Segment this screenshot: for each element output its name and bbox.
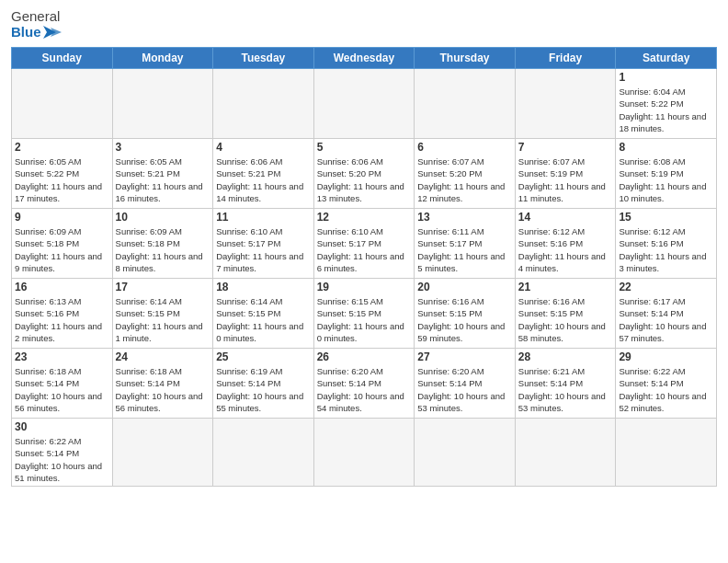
day-info: Sunrise: 6:22 AM Sunset: 5:14 PM Dayligh… — [15, 435, 109, 484]
day-number: 16 — [15, 281, 109, 293]
day-number: 30 — [15, 420, 109, 433]
day-number: 5 — [317, 141, 412, 154]
table-row: 20Sunrise: 6:16 AM Sunset: 5:15 PM Dayli… — [415, 279, 516, 349]
table-row: 23Sunrise: 6:18 AM Sunset: 5:14 PM Dayli… — [12, 349, 113, 419]
table-row: 27Sunrise: 6:20 AM Sunset: 5:14 PM Dayli… — [415, 349, 516, 419]
calendar-table: Sunday Monday Tuesday Wednesday Thursday… — [11, 47, 717, 487]
table-row — [313, 69, 415, 139]
table-row — [515, 69, 616, 139]
table-row — [415, 419, 516, 487]
day-number: 13 — [417, 211, 512, 224]
table-row: 13Sunrise: 6:11 AM Sunset: 5:17 PM Dayli… — [415, 209, 516, 279]
day-info: Sunrise: 6:10 AM Sunset: 5:17 PM Dayligh… — [216, 225, 311, 274]
table-row: 8Sunrise: 6:08 AM Sunset: 5:19 PM Daylig… — [616, 139, 717, 209]
day-number: 15 — [619, 211, 713, 224]
day-info: Sunrise: 6:19 AM Sunset: 5:14 PM Dayligh… — [216, 365, 311, 414]
day-info: Sunrise: 6:16 AM Sunset: 5:15 PM Dayligh… — [417, 295, 512, 344]
day-number: 28 — [518, 350, 613, 363]
day-number: 7 — [518, 141, 613, 154]
table-row: 17Sunrise: 6:14 AM Sunset: 5:15 PM Dayli… — [112, 279, 213, 349]
day-info: Sunrise: 6:21 AM Sunset: 5:14 PM Dayligh… — [518, 365, 613, 414]
day-number: 21 — [518, 281, 613, 293]
day-info: Sunrise: 6:09 AM Sunset: 5:18 PM Dayligh… — [116, 225, 210, 274]
day-info: Sunrise: 6:14 AM Sunset: 5:15 PM Dayligh… — [216, 295, 311, 344]
day-info: Sunrise: 6:06 AM Sunset: 5:20 PM Dayligh… — [317, 155, 412, 204]
table-row: 9Sunrise: 6:09 AM Sunset: 5:18 PM Daylig… — [12, 209, 113, 279]
day-info: Sunrise: 6:15 AM Sunset: 5:15 PM Dayligh… — [317, 295, 412, 344]
day-info: Sunrise: 6:06 AM Sunset: 5:21 PM Dayligh… — [216, 155, 311, 204]
day-info: Sunrise: 6:13 AM Sunset: 5:16 PM Dayligh… — [15, 295, 109, 344]
day-number: 25 — [216, 350, 311, 363]
day-number: 19 — [317, 281, 412, 293]
header: General Blue — [11, 9, 717, 40]
table-row: 6Sunrise: 6:07 AM Sunset: 5:20 PM Daylig… — [415, 139, 516, 209]
day-info: Sunrise: 6:07 AM Sunset: 5:19 PM Dayligh… — [518, 155, 613, 204]
day-info: Sunrise: 6:05 AM Sunset: 5:22 PM Dayligh… — [15, 155, 109, 204]
header-thursday: Thursday — [415, 48, 516, 69]
day-info: Sunrise: 6:09 AM Sunset: 5:18 PM Dayligh… — [15, 225, 109, 274]
day-number: 12 — [317, 211, 412, 224]
day-number: 26 — [317, 350, 412, 363]
table-row: 22Sunrise: 6:17 AM Sunset: 5:14 PM Dayli… — [616, 279, 717, 349]
day-number: 14 — [518, 211, 613, 224]
page: General Blue Sunday Monday Tuesday Wedne… — [0, 0, 728, 563]
day-info: Sunrise: 6:22 AM Sunset: 5:14 PM Dayligh… — [619, 365, 713, 414]
day-info: Sunrise: 6:12 AM Sunset: 5:16 PM Dayligh… — [518, 225, 613, 274]
table-row — [112, 419, 213, 487]
logo-general-text: General — [11, 9, 60, 25]
table-row: 10Sunrise: 6:09 AM Sunset: 5:18 PM Dayli… — [112, 209, 213, 279]
day-info: Sunrise: 6:12 AM Sunset: 5:16 PM Dayligh… — [619, 225, 713, 274]
header-monday: Monday — [112, 48, 213, 69]
table-row: 19Sunrise: 6:15 AM Sunset: 5:15 PM Dayli… — [313, 279, 415, 349]
day-number: 9 — [15, 211, 109, 224]
day-number: 6 — [417, 141, 512, 154]
table-row: 1Sunrise: 6:04 AM Sunset: 5:22 PM Daylig… — [616, 69, 717, 139]
table-row — [313, 419, 415, 487]
logo: General Blue — [11, 9, 63, 40]
table-row — [12, 69, 113, 139]
table-row: 2Sunrise: 6:05 AM Sunset: 5:22 PM Daylig… — [12, 139, 113, 209]
table-row: 21Sunrise: 6:16 AM Sunset: 5:15 PM Dayli… — [515, 279, 616, 349]
day-info: Sunrise: 6:20 AM Sunset: 5:14 PM Dayligh… — [317, 365, 412, 414]
day-number: 23 — [15, 350, 109, 363]
day-info: Sunrise: 6:18 AM Sunset: 5:14 PM Dayligh… — [15, 365, 109, 414]
day-number: 8 — [619, 141, 713, 154]
day-info: Sunrise: 6:18 AM Sunset: 5:14 PM Dayligh… — [116, 365, 210, 414]
day-info: Sunrise: 6:17 AM Sunset: 5:14 PM Dayligh… — [619, 295, 713, 344]
logo-blue-text: Blue — [11, 25, 41, 40]
table-row: 12Sunrise: 6:10 AM Sunset: 5:17 PM Dayli… — [313, 209, 415, 279]
day-info: Sunrise: 6:04 AM Sunset: 5:22 PM Dayligh… — [619, 86, 713, 134]
day-number: 27 — [417, 350, 512, 363]
table-row: 5Sunrise: 6:06 AM Sunset: 5:20 PM Daylig… — [313, 139, 415, 209]
table-row: 26Sunrise: 6:20 AM Sunset: 5:14 PM Dayli… — [313, 349, 415, 419]
day-number: 18 — [216, 281, 311, 293]
table-row: 30Sunrise: 6:22 AM Sunset: 5:14 PM Dayli… — [12, 419, 113, 487]
table-row: 18Sunrise: 6:14 AM Sunset: 5:15 PM Dayli… — [213, 279, 314, 349]
table-row: 11Sunrise: 6:10 AM Sunset: 5:17 PM Dayli… — [213, 209, 314, 279]
logo-container: General Blue — [11, 9, 63, 40]
table-row — [515, 419, 616, 487]
header-friday: Friday — [515, 48, 616, 69]
day-number: 11 — [216, 211, 311, 224]
table-row: 14Sunrise: 6:12 AM Sunset: 5:16 PM Dayli… — [515, 209, 616, 279]
day-number: 10 — [116, 211, 210, 224]
day-info: Sunrise: 6:14 AM Sunset: 5:15 PM Dayligh… — [116, 295, 210, 344]
day-number: 29 — [619, 350, 713, 363]
table-row: 29Sunrise: 6:22 AM Sunset: 5:14 PM Dayli… — [616, 349, 717, 419]
day-number: 4 — [216, 141, 311, 154]
table-row: 25Sunrise: 6:19 AM Sunset: 5:14 PM Dayli… — [213, 349, 314, 419]
day-info: Sunrise: 6:05 AM Sunset: 5:21 PM Dayligh… — [116, 155, 210, 204]
table-row: 15Sunrise: 6:12 AM Sunset: 5:16 PM Dayli… — [616, 209, 717, 279]
day-info: Sunrise: 6:07 AM Sunset: 5:20 PM Dayligh… — [417, 155, 512, 204]
table-row — [213, 419, 314, 487]
day-number: 24 — [116, 350, 210, 363]
day-info: Sunrise: 6:10 AM Sunset: 5:17 PM Dayligh… — [317, 225, 412, 274]
day-number: 20 — [417, 281, 512, 293]
day-info: Sunrise: 6:11 AM Sunset: 5:17 PM Dayligh… — [417, 225, 512, 274]
table-row: 24Sunrise: 6:18 AM Sunset: 5:14 PM Dayli… — [112, 349, 213, 419]
table-row: 16Sunrise: 6:13 AM Sunset: 5:16 PM Dayli… — [12, 279, 113, 349]
day-info: Sunrise: 6:16 AM Sunset: 5:15 PM Dayligh… — [518, 295, 613, 344]
day-number: 3 — [116, 141, 210, 154]
header-sunday: Sunday — [12, 48, 113, 69]
table-row: 28Sunrise: 6:21 AM Sunset: 5:14 PM Dayli… — [515, 349, 616, 419]
